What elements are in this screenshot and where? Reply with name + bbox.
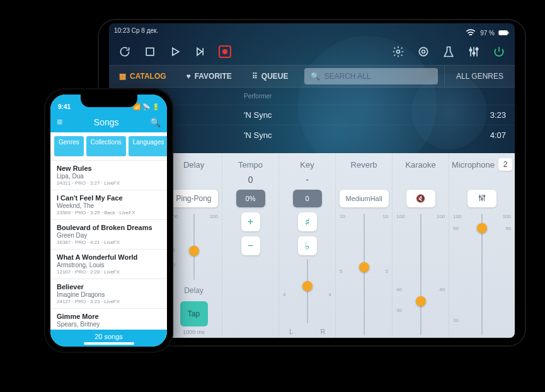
mixer-karaoke: Karaoke 🔇 100 100 40 40 30 bbox=[393, 153, 449, 338]
heart-icon: ♥ bbox=[186, 72, 191, 81]
tap-tempo-button[interactable]: Tap bbox=[180, 301, 208, 326]
gear-icon[interactable] bbox=[391, 45, 405, 59]
song-artist: Lipa, Dua bbox=[57, 173, 161, 180]
mic-slider[interactable]: 100 100 90 90 30 bbox=[452, 214, 512, 335]
key-sharp-button[interactable]: ♯ bbox=[298, 212, 317, 231]
phone-song-list: New RulesLipa, Dua24311 · PRO · 3:27 · L… bbox=[50, 161, 167, 347]
voice-icon[interactable] bbox=[416, 45, 430, 59]
phone-footer: 20 songs bbox=[50, 330, 167, 347]
tempo-pct-button[interactable]: 0% bbox=[236, 190, 265, 207]
tab-favorite[interactable]: ♥ FAVORITE bbox=[176, 66, 242, 87]
tab-queue-label: QUEUE bbox=[261, 72, 289, 81]
scale-label: 30 bbox=[396, 308, 402, 313]
home-indicator bbox=[84, 342, 134, 345]
karaoke-slider[interactable]: 100 100 40 40 30 bbox=[395, 214, 446, 335]
key-L-label: L bbox=[289, 328, 293, 335]
key-zero-button[interactable]: 0 bbox=[293, 190, 322, 207]
tempo-minus-button[interactable]: − bbox=[241, 236, 260, 255]
song-meta: 24127 · PRO · 3:23 · LiveFX bbox=[57, 299, 161, 304]
delay-type-button[interactable]: Ping-Pong bbox=[170, 190, 218, 207]
filter-pill[interactable]: Languages bbox=[129, 136, 167, 156]
mixer-mic-label: Microphone bbox=[452, 160, 495, 170]
mixer-karaoke-label: Karaoke bbox=[405, 158, 435, 171]
svg-point-10 bbox=[481, 198, 483, 199]
phone-status-icons: 📶 📡 🔋 bbox=[133, 103, 159, 110]
scale-label: 10 bbox=[340, 214, 345, 219]
phone-navbar: ≡ Songs 🔍 bbox=[50, 112, 167, 132]
svg-point-4 bbox=[419, 47, 427, 55]
phone-title: Songs bbox=[94, 117, 119, 127]
genres-filter[interactable]: ALL GENRES bbox=[444, 66, 515, 87]
song-duration: 4:07 bbox=[474, 130, 506, 140]
mic-settings-button[interactable] bbox=[468, 190, 496, 207]
song-title: New Rules bbox=[57, 164, 161, 172]
mixer-microphone: Microphone 2 100 100 90 90 30 bbox=[449, 153, 515, 338]
mixer-delay: Delay Ping-Pong 100 100 50 30 Delay Tap … bbox=[166, 153, 222, 338]
karaoke-mute-button[interactable]: 🔇 bbox=[406, 190, 435, 207]
search-input[interactable]: 🔍 SEARCH ALL bbox=[304, 68, 438, 84]
scale-label: 5 bbox=[386, 268, 388, 274]
col-performer: Performer bbox=[244, 93, 474, 100]
stop-icon[interactable] bbox=[143, 45, 157, 59]
search-placeholder: SEARCH ALL bbox=[324, 72, 370, 81]
remote-icon[interactable] bbox=[442, 45, 456, 59]
tablet-statusbar: 10:23 Ср 8 дек. 97 % bbox=[109, 23, 515, 40]
next-icon[interactable] bbox=[193, 45, 207, 59]
key-value: - bbox=[306, 175, 309, 186]
key-slider[interactable]: 4 4 bbox=[282, 259, 333, 323]
tempo-plus-button[interactable]: + bbox=[241, 212, 260, 231]
search-icon[interactable]: 🔍 bbox=[150, 117, 161, 127]
menu-icon[interactable]: ≡ bbox=[57, 117, 62, 128]
song-meta: 23569 · PRO · 3:25 · Back · LiveFX bbox=[57, 210, 161, 216]
catalog-icon: ▦ bbox=[119, 72, 126, 81]
key-R-label: R bbox=[321, 328, 325, 335]
play-icon[interactable] bbox=[168, 45, 182, 59]
list-item[interactable]: Boulevard of Broken DreamsGreen Day16387… bbox=[50, 220, 167, 250]
list-item[interactable]: BelieverImagine Dragons24127 · PRO · 3:2… bbox=[50, 279, 167, 309]
song-artist: Weeknd, The bbox=[57, 202, 161, 209]
list-item[interactable]: I Can't Feel My FaceWeeknd, The23569 · P… bbox=[50, 190, 167, 220]
transport-bar bbox=[109, 40, 515, 65]
song-performer: 'N Sync bbox=[244, 130, 474, 140]
svg-point-8 bbox=[476, 48, 478, 50]
song-title: Believer bbox=[57, 283, 161, 291]
tablet-clock: 10:23 Ср 8 дек. bbox=[114, 27, 158, 38]
delay-slider[interactable]: 100 100 50 30 bbox=[168, 214, 219, 280]
list-item[interactable]: What A Wonderful WorldArmstrong, Louis12… bbox=[50, 250, 167, 279]
song-artist: Imagine Dragons bbox=[57, 291, 161, 298]
filter-pill[interactable]: Collections bbox=[86, 136, 126, 156]
scale-label: 100 bbox=[210, 214, 218, 219]
tab-catalog[interactable]: ▦ CATALOG bbox=[109, 66, 176, 87]
subnav: ▦ CATALOG ♥ FAVORITE ⠿ QUEUE 🔍 SEARCH AL… bbox=[109, 65, 515, 88]
scale-label: 100 bbox=[437, 214, 445, 219]
tab-catalog-label: CATALOG bbox=[130, 72, 166, 81]
scale-label: 4 bbox=[329, 292, 331, 297]
reload-icon[interactable] bbox=[118, 45, 132, 59]
phone-filter-pills: GenresCollectionsLanguagesRecently sung bbox=[50, 132, 167, 161]
tab-favorite-label: FAVORITE bbox=[195, 72, 232, 81]
svg-point-9 bbox=[479, 196, 480, 197]
song-meta: 12107 · PRO · 2:28 · LiveFX bbox=[57, 269, 161, 275]
sliders-icon bbox=[476, 193, 488, 204]
reverb-slider[interactable]: 10 10 5 5 bbox=[338, 214, 389, 335]
list-item[interactable]: New RulesLipa, Dua24311 · PRO · 3:27 · L… bbox=[50, 161, 167, 190]
phone-notch bbox=[81, 95, 137, 107]
song-duration: 3:23 bbox=[474, 110, 506, 120]
svg-point-11 bbox=[483, 195, 485, 196]
power-icon[interactable] bbox=[492, 45, 506, 59]
song-artist: Spears, Britney bbox=[57, 321, 161, 328]
svg-point-6 bbox=[469, 49, 471, 51]
record-icon[interactable] bbox=[219, 45, 231, 58]
song-title: Boulevard of Broken Dreams bbox=[57, 224, 161, 231]
key-flat-button[interactable]: ♭ bbox=[298, 236, 317, 255]
queue-icon: ⠿ bbox=[252, 72, 258, 81]
filter-pill[interactable]: Genres bbox=[54, 136, 84, 156]
svg-rect-1 bbox=[508, 32, 508, 34]
sliders-icon[interactable] bbox=[467, 45, 481, 59]
mixer-reverb-label: Reverb bbox=[351, 158, 377, 171]
scale-label: 100 bbox=[503, 214, 511, 219]
scale-label: 100 bbox=[453, 214, 461, 219]
scale-label: 40 bbox=[439, 287, 445, 292]
tab-queue[interactable]: ⠿ QUEUE bbox=[242, 66, 299, 87]
reverb-type-button[interactable]: MediumHall bbox=[340, 190, 389, 207]
